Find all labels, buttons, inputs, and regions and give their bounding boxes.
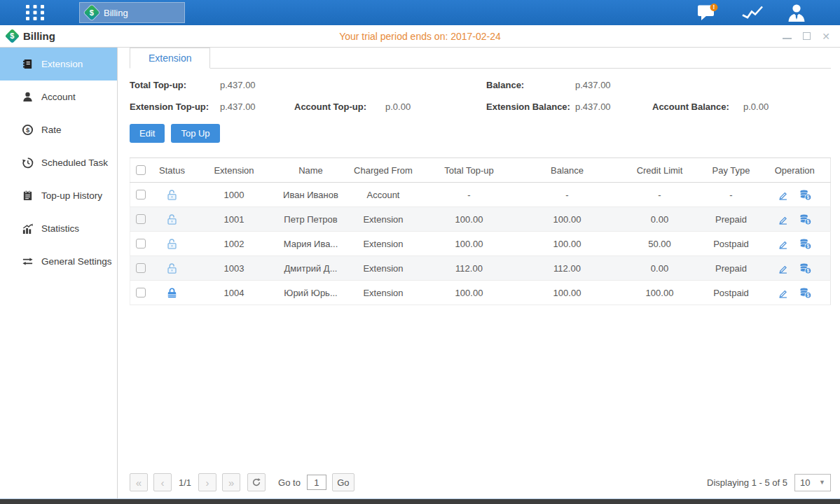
sidebar-item-topup-history[interactable]: Top-up History bbox=[0, 179, 117, 212]
summary-label: Total Top-up: bbox=[130, 80, 220, 90]
maximize-icon[interactable] bbox=[803, 31, 811, 41]
cell-charged-from: Extension bbox=[347, 207, 420, 232]
billing-diamond-icon: $ bbox=[84, 5, 100, 21]
last-page-button[interactable]: » bbox=[222, 473, 240, 491]
go-button[interactable]: Go bbox=[332, 473, 354, 491]
top-up-icon[interactable]: $ bbox=[799, 189, 812, 201]
svg-text:$: $ bbox=[806, 293, 809, 298]
sidebar-item-extension[interactable]: Extension bbox=[0, 48, 117, 80]
sidebar-item-label: Rate bbox=[41, 125, 62, 135]
main-content: Extension Total Top-up: p.437.00 Balance… bbox=[118, 48, 840, 498]
sidebar-item-label: Extension bbox=[41, 59, 83, 69]
cell-pay-type: Postpaid bbox=[703, 232, 759, 256]
row-checkbox[interactable] bbox=[136, 263, 146, 273]
window-title-text: Billing bbox=[23, 30, 55, 42]
first-page-button[interactable]: « bbox=[130, 473, 148, 491]
minimize-icon[interactable] bbox=[783, 31, 792, 41]
window-titlebar: Your trial period ends on: 2017-02-24 $ … bbox=[0, 25, 840, 48]
summary-label: Account Top-up: bbox=[294, 102, 385, 112]
top-up-icon[interactable]: $ bbox=[799, 287, 812, 299]
table-row[interactable]: 1002 Мария Ива... Extension 100.00 100.0… bbox=[130, 232, 831, 256]
dollar-circle-icon: $ bbox=[22, 124, 34, 136]
cell-name: Петр Петров bbox=[275, 207, 347, 232]
notepad-icon bbox=[22, 190, 34, 202]
table-row[interactable]: 1001 Петр Петров Extension 100.00 100.00… bbox=[130, 207, 831, 232]
edit-button[interactable]: Edit bbox=[130, 124, 165, 143]
sidebar-item-scheduled-task[interactable]: Scheduled Task bbox=[0, 146, 117, 179]
column-header: Operation bbox=[759, 158, 831, 183]
edit-icon[interactable] bbox=[778, 190, 788, 200]
table-row[interactable]: 1004 Юрий Юрь... Extension 100.00 100.00… bbox=[130, 281, 831, 305]
table-row[interactable]: 1003 Дмитрий Д... Extension 112.00 112.0… bbox=[130, 256, 831, 281]
cell-charged-from: Extension bbox=[347, 281, 420, 305]
edit-icon[interactable] bbox=[778, 214, 788, 225]
column-header: Pay Type bbox=[703, 158, 759, 183]
select-all-checkbox[interactable] bbox=[136, 165, 146, 175]
summary-value: p.437.00 bbox=[575, 80, 652, 90]
column-header: Balance bbox=[518, 158, 617, 183]
sidebar-item-label: Scheduled Task bbox=[41, 158, 108, 168]
sidebar-item-account[interactable]: Account bbox=[0, 80, 117, 113]
app-grid-icon[interactable] bbox=[25, 4, 46, 24]
go-to-page-input[interactable] bbox=[307, 475, 326, 490]
window-title: $ Billing bbox=[7, 30, 55, 42]
sidebar-item-rate[interactable]: $ Rate bbox=[0, 113, 117, 146]
chart-icon[interactable] bbox=[741, 4, 764, 21]
row-checkbox[interactable] bbox=[136, 288, 146, 298]
cell-pay-type: - bbox=[703, 183, 759, 207]
svg-text:$: $ bbox=[806, 268, 809, 274]
prev-page-button[interactable]: ‹ bbox=[153, 473, 172, 491]
close-icon[interactable]: ✕ bbox=[822, 31, 830, 41]
row-checkbox[interactable] bbox=[136, 190, 146, 200]
cell-extension: 1001 bbox=[193, 207, 275, 232]
tab-strip: Extension bbox=[130, 48, 831, 69]
chat-icon[interactable]: ! bbox=[697, 4, 718, 22]
transfer-arrows-icon bbox=[22, 255, 34, 267]
row-checkbox[interactable] bbox=[136, 214, 146, 224]
edit-icon[interactable] bbox=[778, 239, 788, 249]
cell-credit-limit: 0.00 bbox=[617, 256, 703, 281]
page-size-select[interactable]: 10 ▼ bbox=[794, 474, 831, 491]
summary-label: Extension Top-up: bbox=[130, 102, 220, 112]
row-checkbox[interactable] bbox=[136, 239, 146, 248]
top-up-icon[interactable]: $ bbox=[799, 214, 812, 225]
cell-extension: 1004 bbox=[193, 281, 275, 305]
taskbar-tab-billing[interactable]: $ Billing bbox=[79, 2, 185, 23]
cell-charged-from: Extension bbox=[347, 232, 420, 256]
sidebar-item-statistics[interactable]: Statistics bbox=[0, 212, 117, 245]
go-to-label: Go to bbox=[278, 477, 301, 488]
top-up-icon[interactable]: $ bbox=[799, 262, 812, 274]
table-row[interactable]: 1000 Иван Иванов Account - - - - bbox=[130, 183, 831, 207]
top-up-button[interactable]: Top Up bbox=[171, 124, 219, 143]
window-bottom-edge bbox=[0, 498, 840, 504]
bar-chart-icon bbox=[22, 223, 34, 234]
summary-value: p.437.00 bbox=[220, 80, 294, 90]
cell-pay-type: Postpaid bbox=[703, 281, 759, 305]
edit-icon[interactable] bbox=[778, 263, 788, 274]
svg-text:$: $ bbox=[26, 126, 30, 134]
chevron-down-icon: ▼ bbox=[819, 479, 825, 486]
tab-extension[interactable]: Extension bbox=[130, 48, 210, 69]
pagination-bar: « ‹ 1/1 › » Go to Go Displaying 1 - 5 of… bbox=[130, 473, 831, 498]
cell-credit-limit: 50.00 bbox=[617, 232, 703, 256]
cell-total-top-up: 112.00 bbox=[420, 256, 518, 281]
top-up-icon[interactable]: $ bbox=[799, 238, 812, 250]
column-header: Status bbox=[151, 158, 193, 183]
next-page-button[interactable]: › bbox=[198, 473, 216, 491]
summary-value: p.437.00 bbox=[575, 102, 652, 112]
summary-label: Balance: bbox=[486, 80, 575, 90]
cell-balance: 100.00 bbox=[518, 207, 617, 232]
sidebar-item-general-settings[interactable]: General Settings bbox=[0, 245, 117, 278]
unlocked-icon bbox=[166, 214, 178, 225]
unlocked-icon bbox=[166, 262, 178, 274]
sidebar-item-label: Account bbox=[41, 92, 76, 102]
cell-extension: 1002 bbox=[193, 232, 275, 256]
refresh-button[interactable] bbox=[247, 473, 266, 491]
chat-badge: ! bbox=[713, 4, 715, 10]
cell-balance: - bbox=[518, 183, 617, 207]
user-icon[interactable] bbox=[787, 4, 806, 22]
svg-text:$: $ bbox=[806, 219, 809, 225]
cell-name: Иван Иванов bbox=[275, 183, 347, 207]
edit-icon[interactable] bbox=[778, 288, 788, 298]
cell-pay-type: Prepaid bbox=[703, 207, 759, 232]
